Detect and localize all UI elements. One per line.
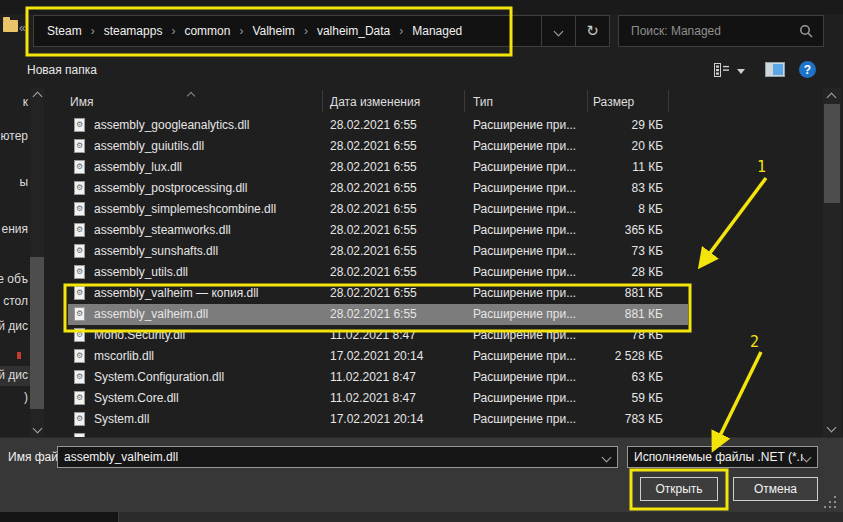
sidebar-item-fragment[interactable]: е объ [0, 272, 28, 286]
file-name: assembly_guiutils.dll [94, 139, 204, 153]
filetype-select[interactable]: Исполняемые файлы .NET (*.ı [627, 446, 818, 468]
dll-file-icon: ⚙ [74, 412, 85, 426]
file-row[interactable]: ⚙ System.Core.dll 11.02.2021 8:47 Расшир… [68, 388, 688, 409]
file-date: 28.02.2021 6:55 [330, 181, 417, 195]
file-row[interactable]: ⚙ System.Configuration.dll 11.02.2021 8:… [68, 367, 688, 388]
file-row[interactable]: ⚙ assembly_sunshafts.dll 28.02.2021 6:55… [68, 241, 688, 262]
sidebar-item-fragment[interactable]: й дис [0, 368, 28, 382]
file-row[interactable]: ⚙ assembly_guiutils.dll 28.02.2021 6:55 … [68, 136, 688, 157]
file-row[interactable]: ⚙ System.dll 17.02.2021 20:14 Расширение… [68, 409, 688, 430]
sidebar-disk-icon-fragment [17, 352, 21, 359]
dll-file-icon: ⚙ [74, 328, 85, 342]
dll-file-icon: ⚙ [74, 244, 85, 258]
dll-file-icon: ⚙ [74, 391, 85, 405]
file-row[interactable]: ⚙ assembly_simplemeshcombine.dll 28.02.2… [68, 199, 688, 220]
address-bar[interactable]: Steam›steamapps›common›Valheim›valheim_D… [33, 15, 610, 47]
file-size: 63 КБ [538, 370, 663, 384]
breadcrumb-separator-icon: › [171, 24, 175, 38]
file-row[interactable]: ⚙ assembly_utils.dll 28.02.2021 6:55 Рас… [68, 262, 688, 283]
file-date: 28.02.2021 6:55 [330, 286, 417, 300]
breadcrumb-item-steam[interactable]: Steam [47, 24, 82, 38]
chevron-down-icon [602, 452, 612, 462]
file-row[interactable]: ⚙ mscorlib.dll 17.02.2021 20:14 Расширен… [68, 346, 688, 367]
search-box[interactable]: Поиск: Managed [618, 15, 824, 47]
file-name: mscorlib.dll [94, 349, 154, 363]
sidebar-item-fragment[interactable]: ) [24, 390, 28, 404]
scroll-up-icon[interactable] [33, 92, 43, 102]
file-date: 11.02.2021 8:47 [330, 328, 416, 342]
dll-file-icon: ⚙ [74, 181, 85, 195]
details-view-icon[interactable] [714, 63, 730, 77]
list-scrollbar[interactable] [823, 88, 841, 437]
scroll-up-icon[interactable] [827, 93, 837, 103]
scroll-down-icon[interactable] [827, 423, 837, 433]
dll-file-icon: ⚙ [74, 349, 85, 363]
address-dropdown-button[interactable] [541, 16, 575, 46]
file-size: 20 КБ [538, 139, 663, 153]
file-date: 28.02.2021 6:55 [330, 118, 417, 132]
help-icon[interactable]: ? [799, 61, 816, 78]
breadcrumb-item-common[interactable]: common [184, 24, 230, 38]
breadcrumb-item-managed[interactable]: Managed [412, 24, 462, 38]
file-name: System.dll [94, 412, 149, 426]
file-name: assembly_steamworks.dll [94, 223, 231, 237]
file-size: 881 КБ [538, 307, 663, 321]
scroll-down-icon[interactable] [33, 424, 43, 434]
file-size: 73 КБ [538, 244, 663, 258]
file-row[interactable]: ⚙ assembly_valheim.dll 28.02.2021 6:55 Р… [68, 304, 688, 325]
file-date: 28.02.2021 6:55 [330, 139, 417, 153]
open-button[interactable]: Открыть [640, 477, 718, 501]
file-row[interactable]: ⚙ assembly_postprocessing.dll 28.02.2021… [68, 178, 688, 199]
sidebar-item-fragment[interactable]: ы [19, 175, 28, 189]
dll-file-icon: ⚙ [74, 139, 85, 153]
filename-input[interactable]: assembly_valheim.dll [57, 446, 618, 468]
breadcrumb-item-steamapps[interactable]: steamapps [104, 24, 163, 38]
file-date: 17.02.2021 20:14 [330, 412, 423, 426]
cancel-button[interactable]: Отмена [733, 477, 818, 501]
breadcrumb-item-valheim[interactable]: Valheim [252, 24, 294, 38]
file-name: assembly_googleanalytics.dll [94, 118, 249, 132]
file-size: 59 КБ [538, 391, 663, 405]
sidebar-item-fragment[interactable]: й дис [0, 319, 28, 333]
preview-pane-blue [773, 64, 783, 75]
collapse-breadcrumb-icon[interactable]: « [19, 21, 26, 35]
sidebar-item-fragment[interactable]: стол [3, 294, 28, 308]
file-name: Mono.Security.dll [94, 328, 185, 342]
breadcrumb-separator-icon: › [239, 24, 243, 38]
sidebar-scrollbar[interactable] [30, 88, 44, 437]
views-dropdown-icon[interactable] [737, 69, 745, 74]
sidebar-scrollbar-thumb[interactable] [30, 257, 44, 409]
file-size: 2 528 КБ [538, 349, 663, 363]
open-file-dialog: « Steam›steamapps›common›Valheim›valheim… [0, 0, 843, 522]
bottom-strip-right [118, 512, 843, 522]
breadcrumb-separator-icon: › [91, 24, 95, 38]
breadcrumb-item-valheim_data[interactable]: valheim_Data [317, 24, 390, 38]
file-size: 11 КБ [538, 160, 663, 174]
sidebar-item-fragment[interactable]: ютер [1, 129, 28, 143]
file-date: 28.02.2021 6:55 [330, 202, 417, 216]
file-row[interactable]: ⚙ assembly_valheim — копия.dll 28.02.202… [68, 283, 688, 304]
file-size: 783 КБ [538, 412, 663, 426]
breadcrumb-separator-icon: › [304, 24, 308, 38]
sidebar-item-fragment[interactable]: ения [1, 222, 28, 236]
list-scrollbar-thumb[interactable] [824, 104, 840, 203]
file-row[interactable]: ⚙ Mono.Security.dll 11.02.2021 8:47 Расш… [68, 325, 688, 346]
dll-file-icon: ⚙ [74, 160, 85, 174]
search-placeholder: Поиск: Managed [619, 24, 799, 38]
resize-grip[interactable] [824, 496, 838, 510]
file-date: 28.02.2021 6:55 [330, 160, 417, 174]
file-row[interactable]: ⚙ assembly_steamworks.dll 28.02.2021 6:5… [68, 220, 688, 241]
sidebar-item-fragment[interactable]: к [23, 95, 28, 109]
file-row[interactable]: ⚙ assembly_googleanalytics.dll 28.02.202… [68, 115, 688, 136]
file-name: assembly_utils.dll [94, 265, 188, 279]
file-row-partial [68, 430, 688, 437]
filename-value: assembly_valheim.dll [58, 450, 603, 464]
new-folder-button[interactable]: Новая папка [27, 63, 97, 77]
preview-pane-icon[interactable] [765, 62, 785, 77]
file-name: assembly_postprocessing.dll [94, 181, 247, 195]
file-name: System.Configuration.dll [94, 370, 224, 384]
file-name: assembly_lux.dll [94, 160, 182, 174]
refresh-button[interactable]: ↻ [575, 16, 609, 46]
file-row[interactable]: ⚙ assembly_lux.dll 28.02.2021 6:55 Расши… [68, 157, 688, 178]
file-size: 8 КБ [538, 202, 663, 216]
